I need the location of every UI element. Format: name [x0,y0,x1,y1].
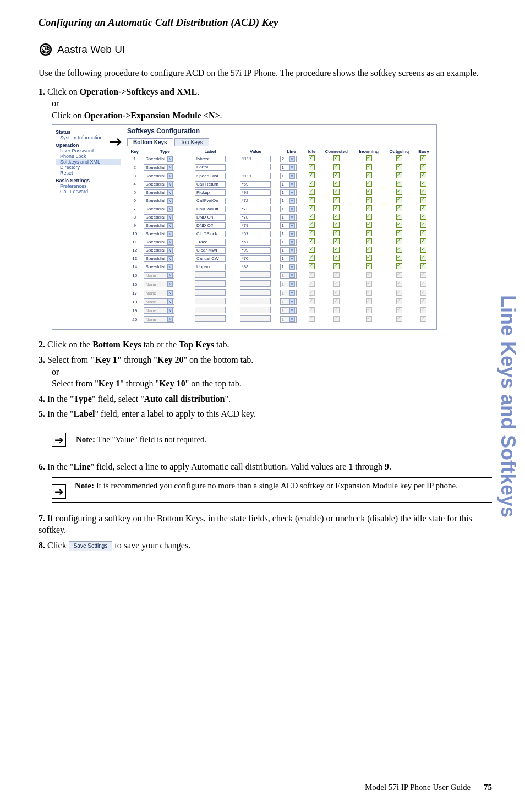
busy-checkbox[interactable] [420,247,426,253]
outgoing-checkbox[interactable] [396,214,402,220]
outgoing-checkbox[interactable] [396,281,402,287]
label-input[interactable]: Trace [195,239,226,246]
incoming-checkbox[interactable] [366,230,372,236]
idle-checkbox[interactable] [309,155,315,161]
type-select[interactable]: Speeddialv [144,239,174,246]
type-select[interactable]: Speeddialv [144,156,174,162]
type-select[interactable]: Speeddialv [144,264,174,270]
label-input[interactable]: Call Return [195,181,226,188]
busy-checkbox[interactable] [420,205,426,211]
nav-item-phonelock[interactable]: Phone Lock [56,154,121,159]
idle-checkbox[interactable] [309,272,315,278]
nav-item-reset[interactable]: Reset [56,170,121,176]
outgoing-checkbox[interactable] [396,263,402,269]
outgoing-checkbox[interactable] [396,298,402,304]
type-select[interactable]: Nonev [144,298,174,305]
idle-checkbox[interactable] [309,214,315,220]
incoming-checkbox[interactable] [366,238,372,244]
line-select[interactable]: 1v [280,281,297,287]
connected-checkbox[interactable] [333,272,340,278]
value-input[interactable]: *73 [240,206,271,212]
busy-checkbox[interactable] [420,214,426,220]
idle-checkbox[interactable] [309,197,315,203]
label-input[interactable]: CLIDBlock [195,231,226,237]
label-input[interactable] [195,298,226,304]
label-input[interactable] [195,289,226,296]
idle-checkbox[interactable] [309,172,315,178]
type-select[interactable]: Speeddialv [144,198,174,204]
connected-checkbox[interactable] [333,230,340,236]
nav-item-prefs[interactable]: Preferences [56,183,121,189]
line-select[interactable]: 2v [280,156,297,162]
incoming-checkbox[interactable] [366,164,372,170]
idle-checkbox[interactable] [309,255,315,261]
type-select[interactable]: Nonev [144,281,174,287]
incoming-checkbox[interactable] [366,290,372,296]
line-select[interactable]: 1v [280,272,297,279]
connected-checkbox[interactable] [333,214,340,220]
line-select[interactable]: 1v [280,214,297,221]
busy-checkbox[interactable] [420,197,426,203]
label-input[interactable] [195,307,226,313]
label-input[interactable]: DND On [195,214,226,221]
busy-checkbox[interactable] [420,172,426,178]
outgoing-checkbox[interactable] [396,255,402,261]
busy-checkbox[interactable] [420,222,426,228]
busy-checkbox[interactable] [420,238,426,244]
type-select[interactable]: Speeddialv [144,181,174,188]
busy-checkbox[interactable] [420,230,426,236]
outgoing-checkbox[interactable] [396,272,402,278]
line-select[interactable]: 1v [280,198,297,204]
connected-checkbox[interactable] [333,155,340,161]
type-select[interactable]: Speeddialv [144,173,174,179]
type-select[interactable]: Speeddialv [144,164,174,171]
idle-checkbox[interactable] [309,189,315,195]
busy-checkbox[interactable] [420,272,426,278]
nav-item-userpw[interactable]: User Password [56,148,121,154]
connected-checkbox[interactable] [333,238,340,244]
connected-checkbox[interactable] [333,181,340,187]
outgoing-checkbox[interactable] [396,155,402,161]
incoming-checkbox[interactable] [366,281,372,287]
busy-checkbox[interactable] [420,164,426,170]
incoming-checkbox[interactable] [366,255,372,261]
incoming-checkbox[interactable] [366,298,372,304]
type-select[interactable]: Nonev [144,316,174,323]
incoming-checkbox[interactable] [366,272,372,278]
value-input[interactable]: *70 [240,255,271,262]
line-select[interactable]: 1v [280,181,297,188]
nav-item-directory[interactable]: Directory [56,165,121,170]
line-select[interactable]: 1v [280,222,297,229]
label-input[interactable]: Cancel CW [195,255,226,262]
connected-checkbox[interactable] [333,222,340,228]
label-input[interactable]: Speed Dial [195,173,226,179]
value-input[interactable]: *67 [240,231,271,237]
connected-checkbox[interactable] [333,290,340,296]
connected-checkbox[interactable] [333,281,340,287]
value-input[interactable]: *99 [240,247,271,254]
outgoing-checkbox[interactable] [396,164,402,170]
label-input[interactable]: CallFwdOn [195,198,226,204]
line-select[interactable]: 1v [280,206,297,212]
connected-checkbox[interactable] [333,205,340,211]
idle-checkbox[interactable] [309,222,315,228]
busy-checkbox[interactable] [420,298,426,304]
busy-checkbox[interactable] [420,181,426,187]
incoming-checkbox[interactable] [366,172,372,178]
nav-item-callfwd[interactable]: Call Forward [56,189,121,194]
tab-bottom-keys[interactable]: Bottom Keys [127,138,173,146]
busy-checkbox[interactable] [420,189,426,195]
line-select[interactable]: 1v [280,290,297,296]
line-select[interactable]: 1v [280,316,297,323]
outgoing-checkbox[interactable] [396,222,402,228]
value-input[interactable] [240,271,271,278]
line-select[interactable]: 1v [280,307,297,314]
value-input[interactable]: *72 [240,198,271,204]
idle-checkbox[interactable] [309,181,315,187]
line-select[interactable]: 1v [280,247,297,254]
connected-checkbox[interactable] [333,247,340,253]
incoming-checkbox[interactable] [366,222,372,228]
value-input[interactable] [240,298,271,304]
idle-checkbox[interactable] [309,247,315,253]
type-select[interactable]: Speeddialv [144,189,174,196]
